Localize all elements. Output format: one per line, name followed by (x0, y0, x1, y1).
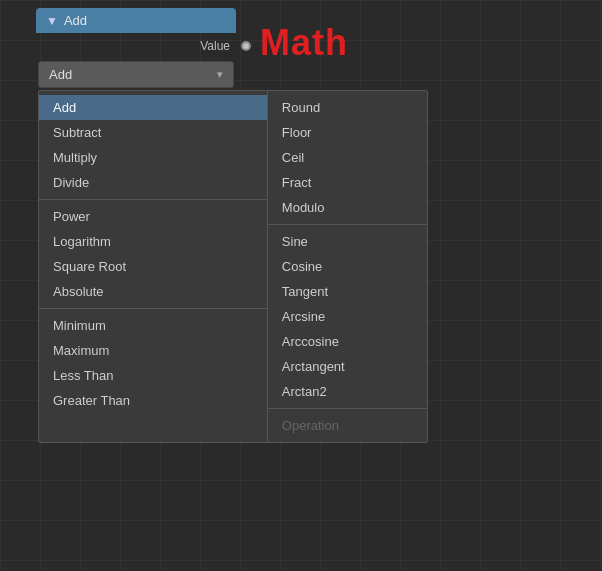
menu-item-arccosine[interactable]: Arccosine (268, 329, 427, 354)
separator-2 (39, 308, 267, 309)
menu-item-floor[interactable]: Floor (268, 120, 427, 145)
menu-item-ceil[interactable]: Ceil (268, 145, 427, 170)
menu-item-absolute[interactable]: Absolute (39, 279, 267, 304)
menu-item-greater-than[interactable]: Greater Than (39, 388, 267, 413)
dropdown-menu: Add Subtract Multiply Divide Power Logar… (38, 90, 428, 443)
menu-item-maximum[interactable]: Maximum (39, 338, 267, 363)
menu-item-logarithm[interactable]: Logarithm (39, 229, 267, 254)
menu-item-round[interactable]: Round (268, 95, 427, 120)
menu-item-power[interactable]: Power (39, 204, 267, 229)
collapse-arrow-icon[interactable]: ▼ (46, 14, 58, 28)
menu-item-square-root[interactable]: Square Root (39, 254, 267, 279)
value-label: Value (44, 39, 238, 53)
menu-item-cosine[interactable]: Cosine (268, 254, 427, 279)
menu-item-sine[interactable]: Sine (268, 229, 427, 254)
menu-item-arcsine[interactable]: Arcsine (268, 304, 427, 329)
menu-item-minimum[interactable]: Minimum (39, 313, 267, 338)
menu-item-add[interactable]: Add (39, 95, 267, 120)
menu-item-less-than[interactable]: Less Than (39, 363, 267, 388)
menu-column-left: Add Subtract Multiply Divide Power Logar… (39, 91, 268, 442)
menu-item-tangent[interactable]: Tangent (268, 279, 427, 304)
menu-item-multiply[interactable]: Multiply (39, 145, 267, 170)
output-socket (241, 41, 251, 51)
value-row: Value (36, 33, 246, 59)
node-title: Add (64, 13, 87, 28)
dropdown-selected-text: Add (49, 67, 72, 82)
menu-item-fract[interactable]: Fract (268, 170, 427, 195)
menu-item-modulo[interactable]: Modulo (268, 195, 427, 220)
operation-dropdown[interactable]: Add ▾ Add Subtract Multiply Divide Power… (38, 61, 234, 443)
separator-right-2 (268, 408, 427, 409)
menu-item-divide[interactable]: Divide (39, 170, 267, 195)
separator-right-1 (268, 224, 427, 225)
dropdown-arrow-icon: ▾ (217, 68, 223, 81)
menu-item-arctangent[interactable]: Arctangent (268, 354, 427, 379)
menu-item-operation: Operation (268, 413, 427, 438)
dropdown-button[interactable]: Add ▾ (38, 61, 234, 88)
menu-item-subtract[interactable]: Subtract (39, 120, 267, 145)
separator-1 (39, 199, 267, 200)
menu-column-right: Round Floor Ceil Fract Modulo Sine Cosin… (268, 91, 427, 442)
node-panel: ▼ Add Value Add ▾ Add Subtract Multiply … (36, 8, 436, 443)
node-header: ▼ Add (36, 8, 236, 33)
menu-item-arctan2[interactable]: Arctan2 (268, 379, 427, 404)
